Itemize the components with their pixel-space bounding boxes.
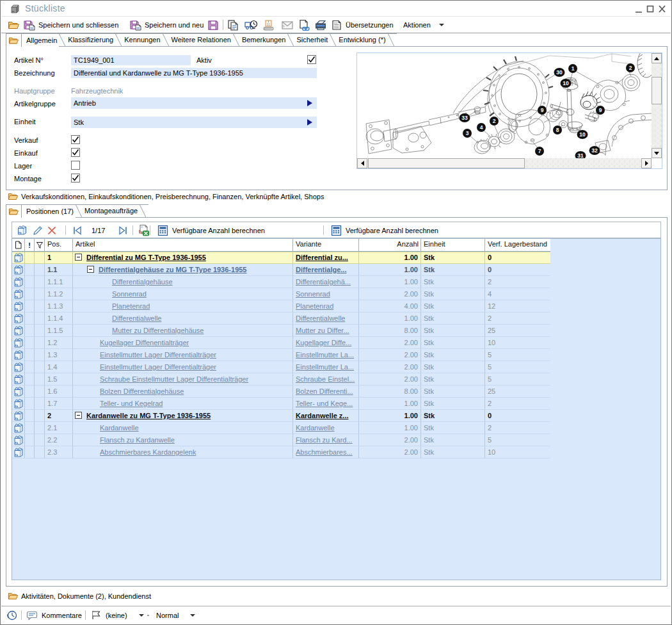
- tab-allgemein[interactable]: Allgemein: [22, 33, 59, 47]
- horizontal-scrollbar[interactable]: [357, 158, 652, 168]
- artikel-link[interactable]: Einstellmutter Lager Differentialträger: [100, 351, 216, 359]
- table-row[interactable]: 1.7 Teller- und Kegelrad Teller- und Keg…: [12, 398, 550, 410]
- copy-button[interactable]: [227, 17, 239, 33]
- vertical-scroll-thumb[interactable]: [652, 77, 662, 104]
- aktiv-checkbox[interactable]: [307, 55, 316, 64]
- table-row[interactable]: 1.5 Schraube Einstellmutter Lager Differ…: [12, 373, 550, 386]
- uebersetzungen-button[interactable]: Übersetzungen: [331, 17, 394, 33]
- verkauf-checkbox[interactable]: [71, 135, 80, 144]
- priority-selector[interactable]: Normal: [156, 606, 195, 624]
- table-row[interactable]: 1.1.2 Sonnenrad Sonnenrad 2.00 Stk 4: [12, 288, 550, 300]
- link-kundendienst[interactable]: Kundendienst: [108, 592, 151, 600]
- excel-export-button[interactable]: [138, 222, 150, 238]
- artikel-link[interactable]: Differentialgehäuse zu MG T-Type 1936-19…: [99, 266, 246, 273]
- link-dokumente-2[interactable]: Dokumente (2): [58, 592, 108, 600]
- table-row[interactable]: 1.2 Kugellager Diffenentialträger Kugell…: [12, 337, 550, 349]
- tab-kennungen[interactable]: Kennungen: [115, 33, 162, 46]
- variante-link[interactable]: Kardanwelle: [296, 424, 335, 432]
- table-row[interactable]: 2 Kardanwelle zu MG T-Type 1936-1955 Kar…: [12, 410, 550, 422]
- calc-available-button-1[interactable]: Verfügbare Anzahl berechnen: [157, 222, 265, 238]
- variante-link[interactable]: Einstellmutter La...: [296, 363, 354, 371]
- variante-link[interactable]: Bolzen Differenti...: [296, 387, 353, 395]
- lookup-arrow-icon[interactable]: [307, 100, 312, 106]
- tab-sicherheit[interactable]: Sicherheit: [287, 33, 330, 46]
- vertical-scrollbar[interactable]: [652, 53, 662, 158]
- variante-link[interactable]: Differentialwelle: [296, 314, 345, 322]
- filter-column-header[interactable]: [35, 239, 45, 251]
- maximize-button[interactable]: [645, 3, 655, 14]
- collapse-expander[interactable]: [87, 266, 94, 273]
- variante-link[interactable]: Schraube Einstel...: [296, 375, 355, 383]
- save-new-button[interactable]: Speichern und neu: [129, 17, 204, 33]
- document-link-button[interactable]: [298, 17, 310, 33]
- scroll-right-button[interactable]: [641, 158, 652, 168]
- variante-link[interactable]: Sonnenrad: [296, 290, 330, 298]
- fax-print-button[interactable]: [314, 17, 328, 33]
- scroll-left-button[interactable]: [357, 158, 367, 168]
- variante-link[interactable]: Abschmierbares...: [296, 448, 353, 456]
- artikel-link[interactable]: Kardanwelle zu MG T-Type 1936-1955: [86, 412, 211, 419]
- anzahl-column-header[interactable]: Anzahl: [359, 239, 421, 251]
- table-row[interactable]: 2.3 Abschmierbares Kardangelenk Abschmie…: [12, 446, 550, 459]
- artikel-nr-input[interactable]: TC1949_001: [71, 55, 191, 65]
- variante-column-header[interactable]: Variante: [293, 239, 359, 251]
- artikel-link[interactable]: Kardanwelle: [100, 424, 139, 432]
- bestand-column-header[interactable]: Verf. Lagerbestand: [485, 239, 550, 251]
- first-record-button[interactable]: [72, 222, 83, 238]
- link-finanzen[interactable]: Finanzen: [212, 193, 245, 200]
- kommentare-button[interactable]: Kommentare: [26, 606, 82, 624]
- warning-column-header[interactable]: !: [25, 239, 35, 251]
- table-row[interactable]: 2.2 Flansch zu Kardanwelle Flansch zu Ka…: [12, 434, 550, 446]
- artikel-link[interactable]: Sonnenrad: [112, 290, 147, 298]
- artikel-link[interactable]: Schraube Einstellmutter Lager Differenti…: [100, 375, 248, 383]
- einkauf-checkbox[interactable]: [71, 148, 80, 157]
- history-button[interactable]: [6, 606, 18, 624]
- artikel-link[interactable]: Mutter zu Differentialgehäuse: [112, 327, 204, 334]
- artikel-link[interactable]: Kugellager Diffenentialträger: [100, 339, 189, 346]
- table-row[interactable]: 1.1.3 Planetenrad Planetenrad 4.00 Stk 1…: [12, 300, 550, 312]
- link-aktivit-ten[interactable]: Aktivitäten: [21, 592, 58, 600]
- artikelgruppe-select[interactable]: Antrieb: [71, 97, 317, 109]
- link-einkaufskonditionen[interactable]: Einkaufskonditionen: [88, 193, 156, 200]
- montage-checkbox[interactable]: [71, 174, 80, 183]
- flag-selector[interactable]: (keine): [91, 606, 144, 624]
- bezeichnung-input[interactable]: Differential und Kardanwelle zu MG T-Typ…: [71, 68, 317, 78]
- variante-link[interactable]: Differential zu...: [296, 254, 348, 261]
- artikel-link[interactable]: Planetenrad: [112, 302, 150, 310]
- save-close-button[interactable]: Speichern und schliessen: [23, 17, 118, 33]
- link-verkn-pfte-artikel[interactable]: Verknüpfte Artikel: [245, 193, 304, 200]
- lager-checkbox[interactable]: [71, 161, 80, 170]
- pos-column-header[interactable]: Pos.: [45, 239, 73, 251]
- variante-link[interactable]: Differentialge...: [296, 266, 346, 273]
- scroll-down-button[interactable]: [652, 148, 662, 158]
- aktionen-button[interactable]: Aktionen: [403, 17, 444, 33]
- artikel-link[interactable]: Flansch zu Kardanwelle: [100, 436, 175, 444]
- table-row[interactable]: 1.4 Einstellmutter Lager Differentialträ…: [12, 361, 550, 373]
- table-row[interactable]: 1.3 Einstellmutter Lager Differentialträ…: [12, 349, 550, 361]
- last-record-button[interactable]: [118, 222, 128, 238]
- tab-entwicklung[interactable]: Entwicklung (*): [330, 33, 387, 46]
- artikel-link[interactable]: Differential zu MG T-Type 1936-1955: [86, 254, 206, 261]
- table-row[interactable]: 2.1 Kardanwelle Kardanwelle 1.00 Stk 2: [12, 422, 550, 434]
- variante-link[interactable]: Planetenrad: [296, 302, 333, 310]
- artikel-link[interactable]: Einstellmutter Lager Differentialträger: [100, 363, 216, 371]
- tab-bemerkungen[interactable]: Bemerkungen: [233, 33, 288, 46]
- table-row[interactable]: 1 Differential zu MG T-Type 1936-1955 Di…: [12, 252, 550, 264]
- artikel-link[interactable]: Abschmierbares Kardangelenk: [100, 448, 196, 456]
- new-position-button[interactable]: [17, 222, 28, 238]
- horizontal-scroll-thumb[interactable]: [368, 158, 525, 168]
- variante-link[interactable]: Teller- und Kege...: [296, 400, 353, 407]
- close-button[interactable]: [657, 3, 667, 14]
- mail-attachment-button[interactable]: [280, 17, 294, 33]
- calc-available-button-2[interactable]: Verfügbare Anzahl berechnen: [331, 222, 438, 238]
- tab-weitere-relationen[interactable]: Weitere Relationen: [163, 33, 233, 46]
- tab-montageauftr-ge[interactable]: Montageaufträge: [76, 204, 140, 217]
- einheit-column-header[interactable]: Einheit: [421, 239, 485, 251]
- tab-klassifizierung[interactable]: Klassifizierung: [59, 33, 115, 46]
- collapse-expander[interactable]: [75, 254, 82, 261]
- variante-link[interactable]: Einstellmutter La...: [296, 351, 354, 359]
- minimize-button[interactable]: [634, 3, 644, 14]
- delete-button[interactable]: [47, 222, 57, 238]
- delivery-history-button[interactable]: [244, 17, 258, 33]
- save-button[interactable]: [207, 17, 219, 33]
